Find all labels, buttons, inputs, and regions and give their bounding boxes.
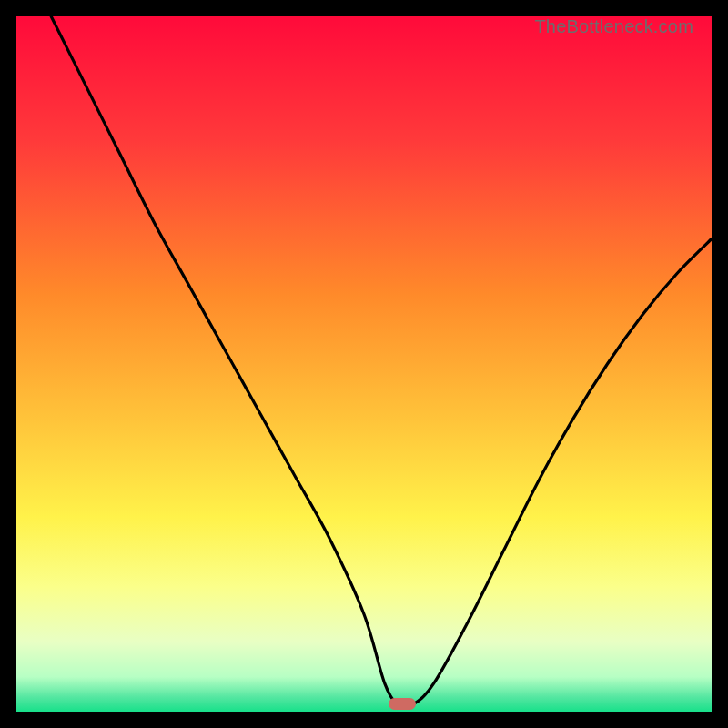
optimal-marker [389, 698, 416, 710]
watermark-label: TheBottleneck.com [534, 16, 693, 37]
plot-area: TheBottleneck.com [16, 16, 712, 712]
bottleneck-curve [16, 16, 712, 712]
chart-frame: TheBottleneck.com [16, 16, 712, 712]
